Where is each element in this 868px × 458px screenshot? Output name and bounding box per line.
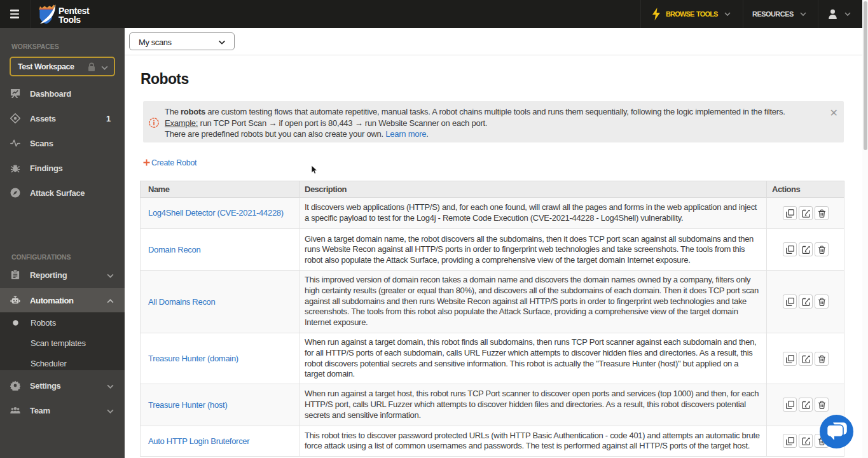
svg-text:Tools: Tools bbox=[59, 15, 81, 25]
